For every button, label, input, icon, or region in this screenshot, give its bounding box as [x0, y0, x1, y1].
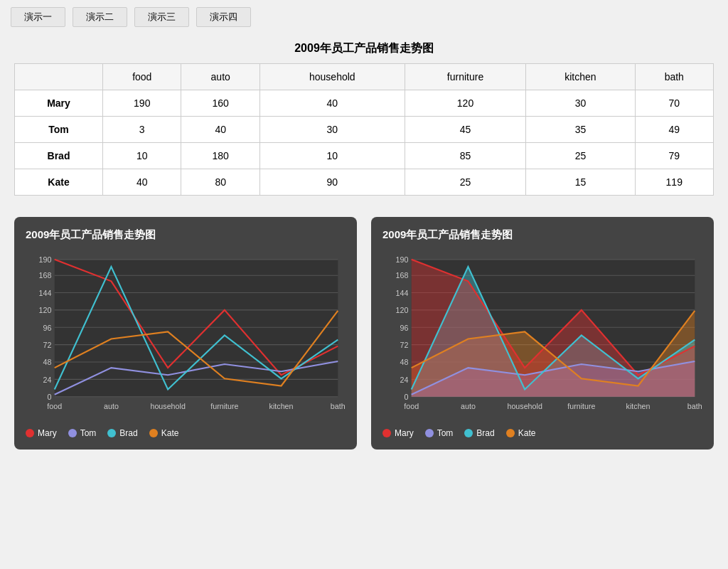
legend-label: Brad [119, 428, 137, 438]
legend-label: Brad [476, 428, 494, 438]
svg-text:furniture: furniture [210, 402, 238, 410]
svg-text:48: 48 [400, 358, 409, 366]
row-name: Tom [15, 117, 103, 143]
legend-color [107, 429, 116, 437]
btn-demo-3[interactable]: 演示三 [134, 7, 189, 27]
row-value: 10 [103, 143, 181, 169]
top-buttons-bar: 演示一 演示二 演示三 演示四 [0, 0, 728, 34]
legend-item: Mary [26, 428, 57, 438]
svg-text:48: 48 [43, 358, 52, 366]
row-value: 25 [526, 143, 635, 169]
svg-text:120: 120 [396, 306, 409, 314]
legend-color [464, 429, 473, 437]
chart-1-svg: 024487296120144168190foodautohouseholdfu… [26, 250, 346, 421]
row-value: 40 [181, 117, 259, 143]
svg-text:household: household [150, 402, 185, 410]
chart-2-svg: 024487296120144168190foodautohouseholdfu… [382, 250, 702, 421]
chart-2: 2009年员工产品销售走势图 024487296120144168190food… [371, 217, 714, 450]
row-name: Kate [15, 169, 103, 196]
row-value: 40 [259, 90, 405, 117]
svg-text:96: 96 [400, 324, 409, 332]
row-value: 30 [526, 90, 635, 117]
chart-1-title: 2009年员工产品销售走势图 [26, 228, 346, 242]
row-value: 3 [103, 117, 181, 143]
col-header-name [15, 64, 103, 90]
row-value: 45 [405, 117, 526, 143]
table-row: Kate4080902515119 [15, 169, 714, 196]
legend-item: Brad [107, 428, 137, 438]
svg-text:household: household [507, 402, 542, 410]
svg-text:bath: bath [687, 402, 702, 410]
legend-item: Tom [425, 428, 454, 438]
legend-item: Mary [382, 428, 414, 438]
col-header-kitchen: kitchen [526, 64, 635, 90]
chart-1: 2009年员工产品销售走势图 024487296120144168190food… [14, 217, 357, 450]
row-value: 49 [635, 117, 714, 143]
legend-label: Kate [161, 428, 179, 438]
svg-text:bath: bath [331, 402, 346, 410]
legend-color [425, 429, 434, 437]
legend-label: Mary [38, 428, 57, 438]
col-header-furniture: furniture [405, 64, 526, 90]
row-value: 80 [181, 169, 259, 196]
svg-text:0: 0 [47, 393, 51, 401]
btn-demo-4[interactable]: 演示四 [196, 7, 251, 27]
svg-text:72: 72 [400, 341, 409, 349]
legend-color [149, 429, 158, 437]
chart-2-title: 2009年员工产品销售走势图 [382, 228, 702, 242]
legend-item: Kate [149, 428, 179, 438]
row-value: 160 [181, 90, 259, 117]
svg-text:72: 72 [43, 341, 52, 349]
table-row: Brad1018010852579 [15, 143, 714, 169]
row-value: 90 [259, 169, 405, 196]
row-value: 79 [635, 143, 714, 169]
legend-item: Tom [68, 428, 97, 438]
col-header-auto: auto [181, 64, 259, 90]
chart-1-legend: MaryTomBradKate [26, 428, 346, 438]
legend-color [26, 429, 34, 437]
svg-text:168: 168 [39, 271, 52, 280]
chart-2-legend: MaryTomBradKate [382, 428, 702, 438]
svg-text:food: food [47, 402, 62, 410]
row-name: Brad [15, 143, 103, 169]
table-row: Mary190160401203070 [15, 90, 714, 117]
row-value: 35 [526, 117, 635, 143]
table-header-row: food auto household furniture kitchen ba… [15, 64, 714, 90]
svg-text:kitchen: kitchen [269, 402, 294, 410]
svg-text:120: 120 [39, 306, 52, 314]
col-header-household: household [259, 64, 405, 90]
chart-2-area: 024487296120144168190foodautohouseholdfu… [382, 250, 702, 421]
svg-text:24: 24 [400, 376, 409, 384]
legend-label: Kate [518, 428, 536, 438]
svg-text:24: 24 [43, 376, 52, 384]
row-name: Mary [15, 90, 103, 117]
btn-demo-2[interactable]: 演示二 [73, 7, 127, 27]
legend-label: Mary [395, 428, 414, 438]
svg-text:96: 96 [43, 324, 52, 332]
row-value: 120 [405, 90, 526, 117]
row-value: 180 [181, 143, 259, 169]
row-value: 25 [405, 169, 526, 196]
svg-text:144: 144 [396, 289, 409, 297]
legend-label: Tom [80, 428, 97, 438]
legend-item: Brad [464, 428, 494, 438]
row-value: 70 [635, 90, 714, 117]
row-value: 15 [526, 169, 635, 196]
svg-rect-0 [55, 260, 338, 397]
btn-demo-1[interactable]: 演示一 [11, 7, 65, 27]
svg-text:auto: auto [104, 402, 119, 410]
svg-text:furniture: furniture [567, 402, 595, 410]
sales-table: food auto household furniture kitchen ba… [14, 63, 714, 196]
row-value: 190 [103, 90, 181, 117]
svg-text:food: food [404, 402, 419, 410]
row-value: 10 [259, 143, 405, 169]
svg-text:0: 0 [404, 393, 408, 401]
row-value: 119 [635, 169, 714, 196]
col-header-bath: bath [635, 64, 714, 90]
table-row: Tom34030453549 [15, 117, 714, 143]
table-title: 2009年员工产品销售走势图 [14, 41, 714, 56]
chart-1-area: 024487296120144168190foodautohouseholdfu… [26, 250, 346, 421]
svg-text:190: 190 [396, 255, 409, 264]
legend-color [68, 429, 77, 437]
svg-text:168: 168 [396, 271, 409, 280]
